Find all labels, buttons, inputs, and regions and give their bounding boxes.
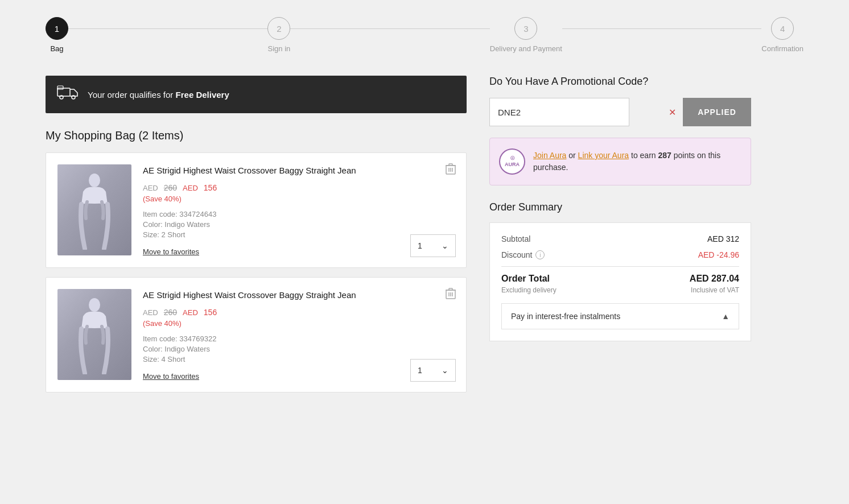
chevron-down-icon-1: ⌄ (442, 241, 448, 250)
item-details-1: AE Strigid Highest Waist Crossover Baggy… (143, 164, 455, 256)
step-line-1 (68, 28, 267, 29)
item-price-original-2: 260 (164, 308, 177, 317)
order-summary-title: Order Summary (489, 201, 751, 213)
item-price-sale-2: 156 (204, 308, 217, 317)
step-delivery[interactable]: 3 Delivery and Payment (490, 17, 562, 53)
svg-rect-1 (57, 86, 63, 89)
chevron-up-icon: ▲ (722, 312, 730, 321)
page-wrapper: 1 Bag 2 Sign in 3 Delivery and Payment 4… (0, 0, 849, 402)
item-name-2: AE Strigid Highest Waist Crossover Baggy… (143, 289, 455, 301)
item-color-1: Color: Indigo Waters (143, 220, 455, 229)
step-line-2 (290, 28, 489, 29)
total-label: Order Total (501, 274, 550, 284)
bag-title: My Shopping Bag (2 Items) (46, 129, 467, 142)
item-size-1: Size: 2 Short (143, 230, 455, 239)
item-code-2: Item code: 334769322 (143, 334, 455, 343)
item-color-2: Color: Indigo Waters (143, 345, 455, 353)
right-column: Do You Have A Promotional Code? ✕ APPLIE… (489, 76, 751, 341)
item-price-save-2: (Save 40%) (143, 319, 455, 328)
delivery-truck-icon (57, 85, 80, 104)
free-delivery-bold: Free Delivery (176, 90, 229, 100)
installments-text: Pay in interest-free instalments (511, 312, 620, 321)
step-line-3 (562, 28, 761, 29)
qty-value-1: 1 (418, 241, 422, 250)
delete-icon-1[interactable] (446, 163, 456, 177)
discount-value: AED -24.96 (698, 250, 739, 259)
qty-selector-1[interactable]: 1 ⌄ (410, 234, 456, 257)
free-delivery-text: Your order qualifies for Free Delivery (88, 90, 229, 100)
order-summary-box: Subtotal AED 312 Discount i AED -24.96 O… (489, 222, 751, 341)
promo-apply-button[interactable]: APPLIED (683, 98, 751, 126)
item-image-placeholder-2 (57, 289, 131, 380)
aura-box: ⦾AURA Join Aura or Link your Aura to ear… (489, 138, 751, 185)
cart-item-2: AE Strigid Highest Waist Crossover Baggy… (46, 277, 467, 393)
promo-input-row: ✕ APPLIED (489, 98, 751, 126)
step-circle-delivery: 3 (514, 17, 537, 40)
aura-logo: ⦾AURA (499, 148, 525, 175)
discount-info-icon[interactable]: i (535, 250, 545, 259)
step-confirmation[interactable]: 4 Confirmation (761, 17, 803, 53)
summary-total-row: Order Total AED 287.04 (501, 274, 739, 284)
qty-selector-2[interactable]: 1 ⌄ (410, 359, 456, 382)
promo-clear-button[interactable]: ✕ (669, 107, 676, 118)
aura-suffix: to earn (631, 151, 658, 160)
svg-point-10 (89, 298, 100, 312)
svg-point-4 (89, 173, 100, 187)
summary-subtotal-row: Subtotal AED 312 (501, 234, 739, 243)
step-circle-signin: 2 (267, 17, 290, 40)
summary-total-sub: Excluding delivery Inclusive of VAT (501, 286, 739, 294)
step-label-delivery: Delivery and Payment (490, 44, 562, 53)
step-signin[interactable]: 2 Sign in (267, 17, 290, 53)
installments-bar[interactable]: Pay in interest-free instalments ▲ (501, 303, 739, 329)
aura-join-link[interactable]: Join Aura (533, 151, 566, 160)
item-code-1: Item code: 334724643 (143, 210, 455, 218)
cart-item: AE Strigid Highest Waist Crossover Baggy… (46, 152, 467, 268)
item-price-save-1: (Save 40%) (143, 195, 455, 203)
promo-input-wrapper: ✕ (489, 98, 683, 126)
free-delivery-banner: Your order qualifies for Free Delivery (46, 76, 467, 113)
summary-discount-row: Discount i AED -24.96 (501, 250, 739, 259)
step-bag[interactable]: 1 Bag (46, 17, 68, 53)
main-layout: Your order qualifies for Free Delivery M… (46, 76, 803, 402)
qty-value-2: 1 (418, 366, 422, 375)
step-label-signin: Sign in (268, 44, 291, 53)
total-value: AED 287.04 (690, 274, 739, 284)
subtotal-value: AED 312 (707, 234, 739, 243)
item-price-row-2: AED 260 AED 156 (143, 308, 455, 317)
aura-link-link[interactable]: Link your Aura (578, 151, 629, 160)
move-favorites-1[interactable]: Move to favorites (143, 247, 199, 256)
aura-text: Join Aura or Link your Aura to earn 287 … (533, 150, 741, 173)
step-label-bag: Bag (50, 44, 63, 53)
item-price-row-1: AED 260 AED 156 (143, 183, 455, 192)
item-image-placeholder-1 (57, 164, 131, 255)
item-price-original-1: 260 (164, 183, 177, 192)
item-size-2: Size: 4 Short (143, 355, 455, 363)
delete-icon-2[interactable] (446, 288, 456, 302)
subtotal-label: Subtotal (501, 234, 530, 243)
chevron-down-icon-2: ⌄ (442, 366, 448, 375)
checkout-stepper: 1 Bag 2 Sign in 3 Delivery and Payment 4… (46, 0, 803, 76)
item-details-2: AE Strigid Highest Waist Crossover Baggy… (143, 289, 455, 381)
left-column: Your order qualifies for Free Delivery M… (46, 76, 467, 402)
item-image-2 (57, 289, 131, 380)
move-favorites-2[interactable]: Move to favorites (143, 372, 199, 381)
promo-title: Do You Have A Promotional Code? (489, 76, 751, 88)
promo-code-input[interactable] (489, 98, 629, 126)
excl-delivery: Excluding delivery (501, 286, 557, 294)
step-circle-confirmation: 4 (771, 17, 794, 40)
item-image-1 (57, 164, 131, 255)
discount-label: Discount i (501, 250, 545, 259)
step-circle-bag: 1 (46, 17, 68, 40)
aura-points: 287 (658, 151, 671, 160)
incl-vat: Inclusive of VAT (691, 286, 739, 294)
item-price-sale-1: 156 (204, 183, 217, 192)
item-name-1: AE Strigid Highest Waist Crossover Baggy… (143, 164, 455, 176)
aura-or-text: or (568, 151, 578, 160)
summary-divider (501, 266, 739, 267)
step-label-confirmation: Confirmation (761, 44, 803, 53)
